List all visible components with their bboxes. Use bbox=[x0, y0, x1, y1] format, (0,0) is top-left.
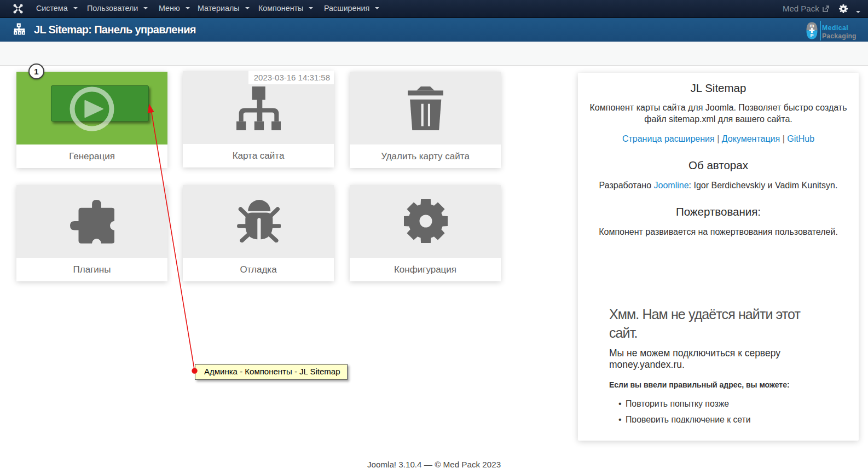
svg-text:Medical: Medical bbox=[822, 24, 848, 32]
svg-text:P: P bbox=[810, 33, 813, 38]
svg-text:m: m bbox=[809, 23, 814, 28]
svg-text:Packaging: Packaging bbox=[822, 32, 857, 40]
